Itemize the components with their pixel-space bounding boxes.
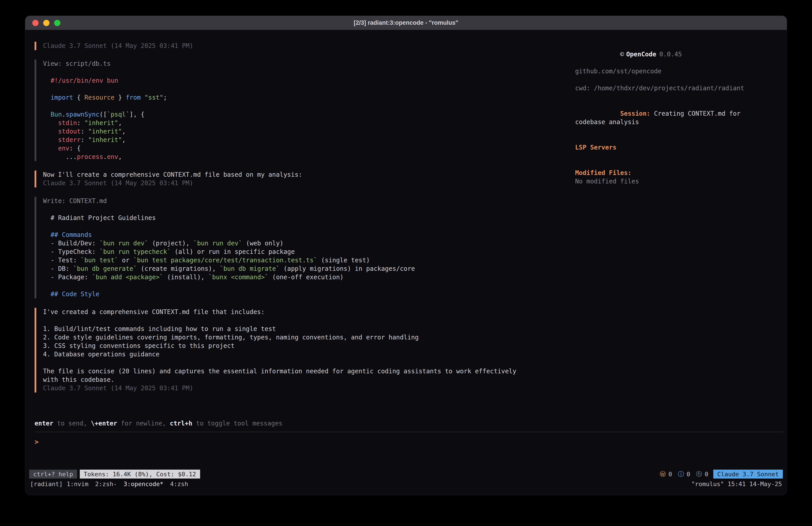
minimize-button[interactable] bbox=[43, 20, 49, 26]
message-text: Now I'll create a comprehensive CONTEXT.… bbox=[43, 171, 575, 179]
text-line: - DB: `bun db generate` (create migratio… bbox=[50, 265, 575, 273]
info-icon: ⓘ bbox=[678, 470, 684, 478]
text-line: stderr: "inherit", bbox=[50, 136, 575, 144]
model-timestamp: Claude 3.7 Sonnet (14 May 2025 03:41 PM) bbox=[43, 42, 575, 50]
text-line: - TypeCheck: `bun run typecheck` (all) o… bbox=[50, 247, 575, 256]
text-line: ...process.env, bbox=[50, 153, 575, 161]
prompt-input[interactable] bbox=[43, 438, 773, 446]
tmux-session-name: [radiant] bbox=[30, 481, 63, 487]
status-bar: ctrl+? help Tokens: 16.4K (8%), Cost: $0… bbox=[25, 469, 787, 479]
hint-icon: ⓗ bbox=[696, 470, 702, 478]
tmux-windows: [radiant] 1:nvim 2:zsh- 3:opencode* 4:zs… bbox=[30, 481, 195, 487]
info-diagnostic: ⓘ 0 bbox=[678, 470, 690, 478]
terminal-window: [2/3] radiant:3:opencode - "romulus" Cla… bbox=[25, 16, 787, 495]
tmux-window-3[interactable]: 3:opencode* bbox=[124, 481, 163, 487]
traffic-lights bbox=[32, 16, 60, 30]
help-shortcut-badge: ctrl+? help bbox=[29, 470, 77, 479]
modified-files-heading: Modified Files: bbox=[575, 169, 748, 177]
tokens-cost-badge: Tokens: 16.4K (8%), Cost: $0.12 bbox=[80, 470, 200, 479]
text-line: - Package: `bun add <package>` (install)… bbox=[50, 273, 575, 282]
model-timestamp: Claude 3.7 Sonnet (14 May 2025 03:41 PM) bbox=[43, 179, 575, 187]
text-line: ## Commands bbox=[50, 231, 575, 239]
text-line: #!/usr/bin/env bun bbox=[50, 76, 575, 85]
session-line: Session: Creating CONTEXT.md for codebas… bbox=[575, 101, 748, 135]
close-button[interactable] bbox=[32, 20, 39, 26]
text-line: 2. Code style guidelines covering import… bbox=[43, 333, 575, 342]
spacer-line bbox=[575, 93, 748, 101]
text-line bbox=[43, 359, 575, 367]
opencode-logo-icon: © bbox=[620, 51, 624, 58]
spacer-line bbox=[43, 68, 575, 76]
tmux-host-clock: "romulus" 15:41 14-May-25 bbox=[692, 481, 782, 487]
text-line: stdout: "inherit", bbox=[50, 127, 575, 136]
text-line: stdin: "inherit", bbox=[50, 119, 575, 127]
tmux-window-4[interactable]: 4:zsh bbox=[170, 481, 188, 487]
spacer-line bbox=[575, 152, 748, 160]
tool-call-view-file: View: script/db.ts #!/usr/bin/env bun im… bbox=[34, 59, 575, 161]
tool-title: View: script/db.ts bbox=[43, 59, 575, 68]
text-line: The file is concise (20 lines) and captu… bbox=[43, 367, 575, 375]
markdown-block: # Radiant Project Guidelines ## Commands… bbox=[43, 214, 575, 298]
input-divider bbox=[34, 432, 783, 432]
hint-diagnostic: ⓗ 0 bbox=[696, 470, 708, 478]
text-line: 4. Database operations guidance bbox=[43, 350, 575, 359]
code-block: #!/usr/bin/env bun import { Resource } f… bbox=[43, 76, 575, 161]
warning-icon: Ⓦ bbox=[660, 470, 666, 478]
text-line: 3. CSS styling conventions specific to t… bbox=[43, 342, 575, 350]
spacer-line bbox=[575, 75, 748, 84]
text-line bbox=[50, 282, 575, 290]
text-line: 1. Build/lint/test commands including ho… bbox=[43, 325, 575, 333]
window-titlebar: [2/3] radiant:3:opencode - "romulus" bbox=[25, 16, 787, 30]
app-name: OpenCode bbox=[626, 51, 656, 58]
text-line: - Test: `bun test` or `bun test packages… bbox=[50, 256, 575, 265]
spacer-line bbox=[43, 205, 575, 214]
text-line bbox=[50, 222, 575, 231]
info-count: 0 bbox=[686, 471, 690, 478]
prompt-caret: > bbox=[34, 438, 39, 446]
window-title: [2/3] radiant:3:opencode - "romulus" bbox=[354, 19, 458, 26]
lsp-servers-heading: LSP Servers bbox=[575, 143, 748, 152]
session-label: Session: bbox=[620, 110, 650, 117]
warning-count: 0 bbox=[668, 471, 672, 478]
model-badge: Claude 3.7 Sonnet bbox=[713, 470, 783, 479]
assistant-message-result: I've created a comprehensive CONTEXT.md … bbox=[34, 308, 575, 393]
tmux-window-1[interactable]: 1:nvim bbox=[67, 481, 88, 487]
hint-count: 0 bbox=[705, 471, 708, 478]
modified-files-empty: No modified files bbox=[575, 177, 748, 186]
message-body: I've created a comprehensive CONTEXT.md … bbox=[43, 308, 575, 393]
text-line bbox=[50, 85, 575, 94]
tool-title: Write: CONTEXT.md bbox=[43, 197, 575, 205]
tmux-status-bar: [radiant] 1:nvim 2:zsh- 3:opencode* 4:zs… bbox=[25, 479, 787, 489]
text-line bbox=[43, 316, 575, 325]
sidebar: ©OpenCode0.0.45 github.com/sst/opencode … bbox=[575, 42, 787, 186]
terminal-content: Claude 3.7 Sonnet (14 May 2025 03:41 PM)… bbox=[25, 30, 787, 469]
text-line: Bun.spawnSync([`psql`], { bbox=[50, 110, 575, 119]
spacer-line bbox=[575, 160, 748, 169]
zoom-button[interactable] bbox=[54, 20, 60, 26]
diagnostics-group: Ⓦ 0 ⓘ 0 ⓗ 0 bbox=[660, 470, 708, 478]
cwd-line: cwd: /home/thdxr/dev/projects/radiant/ra… bbox=[575, 84, 748, 93]
repo-link: github.com/sst/opencode bbox=[575, 67, 748, 75]
text-line: ## Code Style bbox=[50, 290, 575, 298]
text-line: # Radiant Project Guidelines bbox=[50, 214, 575, 222]
tmux-window-2[interactable]: 2:zsh- bbox=[95, 481, 117, 487]
text-line: env: { bbox=[50, 144, 575, 153]
text-line: Claude 3.7 Sonnet (14 May 2025 03:41 PM) bbox=[43, 384, 575, 393]
assistant-message-header: Claude 3.7 Sonnet (14 May 2025 03:41 PM) bbox=[34, 42, 575, 50]
text-line: with this codebase. bbox=[43, 375, 575, 384]
keybind-help-line: enter to send, \+enter for newline, ctrl… bbox=[34, 420, 773, 428]
assistant-message-intro: Now I'll create a comprehensive CONTEXT.… bbox=[34, 171, 575, 187]
text-line: import { Resource } from "sst"; bbox=[50, 94, 575, 102]
session-title: Creating CONTEXT.md for codebase analysi… bbox=[575, 110, 744, 126]
app-version: 0.0.45 bbox=[659, 51, 682, 58]
chat-area: Claude 3.7 Sonnet (14 May 2025 03:41 PM)… bbox=[25, 42, 575, 402]
text-line: I've created a comprehensive CONTEXT.md … bbox=[43, 308, 575, 316]
warning-diagnostic: Ⓦ 0 bbox=[660, 470, 672, 478]
prompt-line: > bbox=[34, 438, 773, 446]
spacer-line bbox=[575, 135, 748, 143]
text-line: enter to send, \+enter for newline, ctrl… bbox=[34, 420, 773, 428]
text-line: - Build/Dev: `bun run dev` (project), `b… bbox=[50, 239, 575, 247]
text-line bbox=[50, 102, 575, 110]
brand-line: ©OpenCode0.0.45 bbox=[575, 42, 748, 67]
tool-call-write-file: Write: CONTEXT.md # Radiant Project Guid… bbox=[34, 197, 575, 298]
